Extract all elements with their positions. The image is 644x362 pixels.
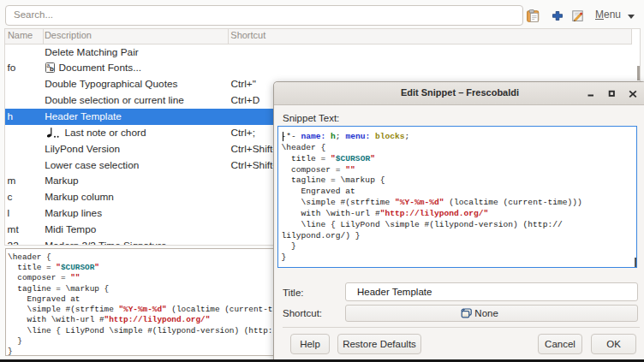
svg-text:b: b [50,65,54,73]
